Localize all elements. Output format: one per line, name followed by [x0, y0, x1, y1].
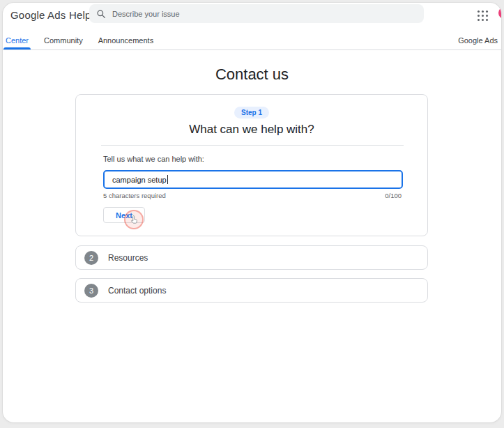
tab-help-center[interactable]: Center — [3, 31, 31, 49]
search-input[interactable] — [112, 10, 417, 18]
issue-field-label: Tell us what we can help with: — [103, 155, 204, 163]
page-title: Contact us — [3, 66, 501, 84]
apps-grid-icon[interactable] — [478, 10, 488, 21]
search-icon — [96, 9, 106, 19]
nav-tabs: Center Community Announcements Google Ad… — [3, 31, 501, 50]
app-title[interactable]: Google Ads Help — [10, 9, 91, 21]
tab-label: Community — [44, 36, 83, 45]
next-button[interactable]: Next — [103, 207, 145, 223]
tab-label: Announcements — [98, 36, 154, 45]
step1-heading: What can we help with? — [76, 123, 427, 137]
avatar[interactable] — [498, 7, 501, 19]
char-counter: 0/100 — [385, 192, 402, 199]
issue-input-value: campaign setup — [112, 176, 167, 184]
text-caret — [167, 175, 168, 184]
section-resources[interactable]: 2 Resources — [75, 245, 428, 270]
section-label: Resources — [108, 253, 148, 263]
step-number-badge: 3 — [84, 284, 98, 298]
divider — [101, 145, 404, 146]
search-bar[interactable] — [89, 4, 424, 23]
issue-input[interactable]: campaign setup — [103, 170, 403, 189]
section-label: Contact options — [108, 286, 166, 296]
tab-community[interactable]: Community — [42, 31, 85, 49]
step-badge: Step 1 — [234, 107, 269, 119]
min-chars-hint: 5 characters required — [103, 192, 166, 199]
app-window: Google Ads Help Center Community Announc… — [3, 3, 501, 422]
tab-label: Center — [6, 36, 29, 45]
step-number-badge: 2 — [84, 251, 98, 265]
section-contact-options[interactable]: 3 Contact options — [75, 278, 428, 303]
step1-card: Step 1 What can we help with? Tell us wh… — [75, 94, 428, 236]
tab-announcements[interactable]: Announcements — [96, 31, 156, 49]
input-helper-row: 5 characters required 0/100 — [103, 192, 402, 199]
nav-product-link[interactable]: Google Ads — [458, 31, 498, 49]
